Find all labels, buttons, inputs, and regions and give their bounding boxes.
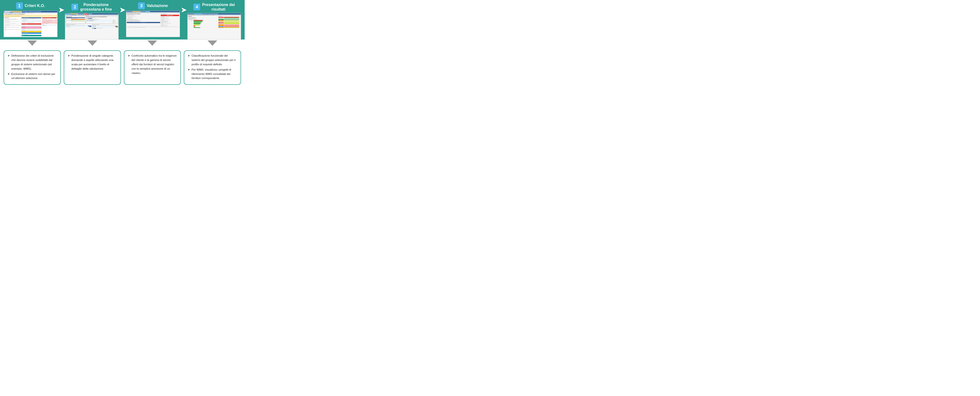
top-banner: 1 Criteri K.O. Übersicht Auswertung K.O.… (0, 0, 245, 40)
step-4-number: 4 (193, 3, 200, 10)
step-2-number: 2 (72, 3, 78, 10)
step-1-number: 1 (16, 2, 23, 9)
bullet-text-4-1: Classificazione funzionale dei sistemi d… (191, 54, 237, 67)
bullet-arrow-icon-3: ➤ (68, 54, 70, 57)
down-arrow-icon-3 (148, 40, 157, 46)
bullet-text-2-1: Ponderazione di singole categorie, doman… (72, 54, 117, 71)
down-arrow-4 (184, 40, 241, 46)
arrow-3-4: ➤ (180, 2, 188, 14)
step-4-block: 4 Presentazione dei risultati Übersicht … (188, 2, 241, 40)
bullet-3-1: ➤ Confronto automatico tra le esigenze d… (128, 54, 177, 75)
step-1-title: Criteri K.O. (25, 3, 45, 8)
screenshot-2: Übersicht AI/Augen K.O.-Kriterien & Shor… (65, 13, 119, 40)
bottom-section: ➤ Definizione dei criteri di esclusione … (0, 47, 245, 88)
description-box-1: ➤ Definizione dei criteri di esclusione … (3, 50, 61, 85)
step-4-title: Presentazione dei risultati (202, 2, 235, 11)
bullet-text-1-2: Esclusione di sistemi non idonei per un'… (11, 72, 57, 81)
down-arrow-1 (3, 40, 61, 46)
down-arrows-row (0, 40, 245, 47)
page-wrapper: 1 Criteri K.O. Übersicht Auswertung K.O.… (0, 0, 245, 88)
bullet-text-1-1: Definizione dei criteri di esclusione ch… (11, 54, 57, 71)
bullet-text-4-2: Per WMS: visualizza i progetti di riferi… (191, 68, 237, 80)
step-4-header: 4 Presentazione dei risultati (188, 2, 241, 11)
bullet-2-1: ➤ Ponderazione di singole categorie, dom… (68, 54, 117, 71)
step-1-header: 1 Criteri K.O. (3, 2, 57, 9)
step-2-title: Ponderazione grossolana e fine (80, 2, 112, 11)
step-2-header: 2 Ponderazione grossolana e fine (65, 2, 119, 11)
screenshot-3: Übersicht Auswertungen K.O.-Kriterien & … (126, 11, 180, 37)
step-3-title: Valutazione (147, 3, 168, 8)
bullet-arrow-icon-2: ➤ (8, 72, 10, 76)
bullet-arrow-icon-5: ➤ (188, 54, 190, 57)
down-arrow-2 (64, 40, 121, 46)
bullet-text-3-1: Confronto automatico tra le esigenze del… (132, 54, 177, 75)
bullet-arrow-icon-4: ➤ (128, 54, 130, 57)
bullet-4-1: ➤ Classificazione funzionale dei sistemi… (188, 54, 237, 67)
screenshot-4: Übersicht Auswertungen 1. K.O. Kriterien… (188, 13, 241, 40)
bullet-arrow-icon: ➤ (8, 54, 10, 57)
screenshot-1: Übersicht Auswertung K.O.-Kriterien & Sh… (3, 11, 57, 37)
step-2-block: 2 Ponderazione grossolana e fine Übersic… (65, 2, 119, 40)
step-3-block: 3 Valutazione Übersicht Auswertungen K.O… (126, 2, 180, 37)
down-arrow-icon-1 (27, 40, 37, 46)
arrow-2-3: ➤ (119, 2, 126, 14)
arrow-1-2: ➤ (57, 2, 65, 14)
down-arrow-icon-2 (88, 40, 97, 46)
step-1-block: 1 Criteri K.O. Übersicht Auswertung K.O.… (3, 2, 57, 37)
down-arrow-icon-4 (208, 40, 217, 46)
down-arrow-3 (124, 40, 181, 46)
step-3-header: 3 Valutazione (126, 2, 180, 9)
bullet-4-2: ➤ Per WMS: visualizza i progetti di rife… (188, 68, 237, 80)
bullet-arrow-icon-6: ➤ (188, 68, 190, 71)
bullet-1-2: ➤ Esclusione di sistemi non idonei per u… (8, 72, 57, 81)
description-box-4: ➤ Classificazione funzionale dei sistemi… (184, 50, 241, 85)
bullet-1-1: ➤ Definizione dei criteri di esclusione … (8, 54, 57, 71)
description-box-2: ➤ Ponderazione di singole categorie, dom… (64, 50, 121, 85)
description-box-3: ➤ Confronto automatico tra le esigenze d… (124, 50, 181, 85)
step-3-number: 3 (138, 2, 145, 9)
